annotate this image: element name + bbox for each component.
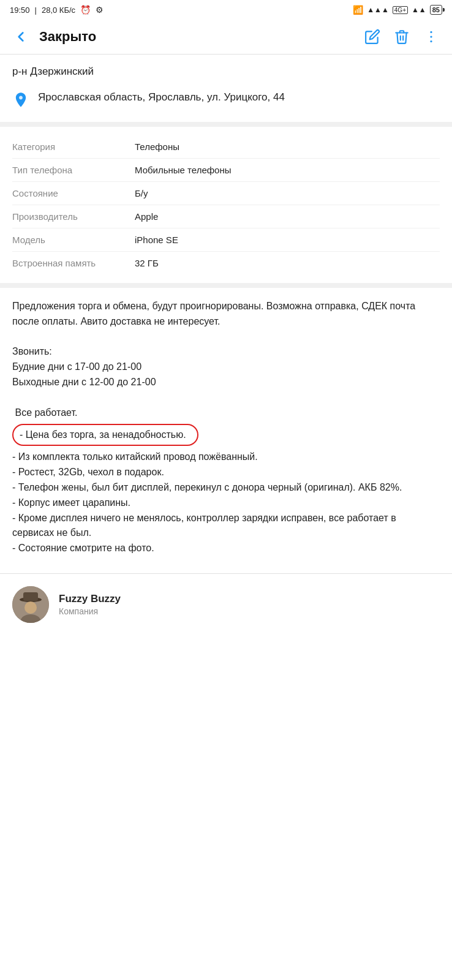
status-left: 19:50 | 28,0 КБ/с ⏰ ⚙ [10, 5, 104, 15]
back-button[interactable] [10, 26, 32, 48]
spec-row: ПроизводительApple [12, 205, 440, 228]
svg-point-7 [24, 601, 37, 614]
spec-row: СостояниеБ/у [12, 182, 440, 205]
status-right: 📶 ▲▲▲ 4G+ ▲▲ 85 [353, 5, 442, 15]
spec-label: Модель [12, 235, 135, 245]
spec-value: 32 ГБ [135, 258, 440, 268]
seller-avatar [12, 586, 49, 623]
specs-section: КатегорияТелефоныТип телефонаМобильные т… [0, 127, 452, 283]
svg-rect-6 [23, 592, 38, 601]
status-bar: 19:50 | 28,0 КБ/с ⏰ ⚙ 📶 ▲▲▲ 4G+ ▲▲ 85 [0, 0, 452, 20]
more-button[interactable] [420, 26, 442, 48]
signal-4g-icon: 4G+ [393, 6, 408, 14]
location-text: Ярославская область, Ярославль, ул. Уриц… [38, 90, 285, 105]
spec-row: Встроенная память32 ГБ [12, 252, 440, 274]
section-divider-1 [0, 122, 452, 127]
location-row: Ярославская область, Ярославль, ул. Уриц… [0, 84, 452, 122]
spec-value: iPhone SE [135, 235, 440, 245]
description-rest: - Из комплекта только китайский провод п… [12, 450, 440, 556]
seller-type: Компания [59, 606, 440, 616]
seller-name: Fuzzy Buzzy [59, 593, 440, 605]
location-icon [12, 91, 29, 111]
battery-icon: 85 [430, 5, 442, 15]
settings-icon: ⚙ [96, 5, 104, 15]
spec-row: Тип телефонаМобильные телефоны [12, 159, 440, 182]
spec-label: Производитель [12, 211, 135, 222]
spec-value: Apple [135, 211, 440, 222]
spec-value: Телефоны [135, 141, 440, 152]
delete-button[interactable] [391, 26, 413, 48]
spec-label: Встроенная память [12, 258, 135, 268]
toolbar: Закрыто [0, 20, 452, 55]
spec-label: Тип телефона [12, 165, 135, 175]
spec-row: КатегорияТелефоны [12, 135, 440, 159]
network-speed: 28,0 КБ/с [42, 6, 75, 15]
edit-button[interactable] [361, 26, 383, 48]
seller-info: Fuzzy Buzzy Компания [59, 593, 440, 616]
svg-point-1 [430, 36, 432, 37]
spec-row: МодельiPhone SE [12, 228, 440, 252]
wifi-icon: 📶 [353, 5, 363, 15]
description-section: Предложения торга и обмена, будут проигн… [0, 288, 452, 567]
description-intro: Предложения торга и обмена, будут проигн… [12, 299, 440, 420]
spec-label: Состояние [12, 188, 135, 198]
signal2-icon: ▲▲ [412, 6, 426, 14]
seller-section: Fuzzy Buzzy Компания [0, 573, 452, 635]
svg-point-0 [430, 31, 432, 33]
district: р-н Дзержинский [0, 55, 452, 84]
highlighted-line: - Цена без торга, за ненадобностью. [12, 424, 198, 446]
page-title: Закрыто [39, 29, 354, 45]
signal-icon: ▲▲▲ [367, 6, 389, 14]
time: 19:50 [10, 6, 30, 15]
highlight-wrapper: - Цена без торга, за ненадобностью. [12, 424, 440, 446]
spec-value: Б/у [135, 188, 440, 198]
spec-value: Мобильные телефоны [135, 165, 440, 175]
alarm-icon: ⏰ [80, 5, 91, 15]
speed: | [35, 6, 37, 15]
section-divider-2 [0, 283, 452, 288]
svg-point-2 [430, 40, 432, 42]
spec-label: Категория [12, 141, 135, 152]
